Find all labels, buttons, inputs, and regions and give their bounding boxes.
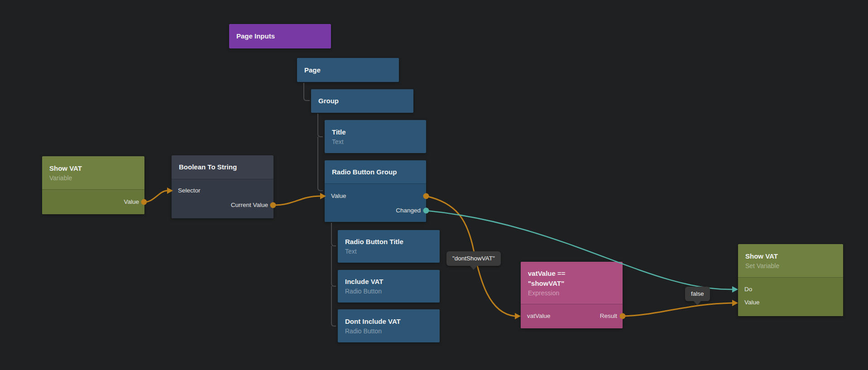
port-value-input[interactable]: Value xyxy=(331,192,346,201)
node-radio-button-group[interactable]: Radio Button Group Value Changed xyxy=(325,160,426,222)
node-type-label: Text xyxy=(332,137,419,146)
connection-value-label-dontshowvat[interactable]: "dontShowVAT" xyxy=(446,251,501,266)
wire-showvat-value-to-selector[interactable] xyxy=(144,191,167,202)
port-value-input[interactable]: Value xyxy=(744,298,760,307)
tree-connector-page-group xyxy=(304,83,310,101)
node-title-line1: vatValue == xyxy=(528,269,615,279)
port-vatvalue-input[interactable]: vatValue xyxy=(527,312,551,321)
node-title: Radio Button Title xyxy=(345,237,432,247)
node-title: Show VAT xyxy=(49,163,137,173)
node-header: Radio Button Title Text xyxy=(338,230,440,263)
node-header: Show VAT Variable xyxy=(42,156,144,189)
node-title: Page xyxy=(304,65,392,75)
node-page-inputs[interactable]: Page Inputs xyxy=(229,24,331,48)
node-canvas[interactable]: Page Inputs Page Group Title Text Radio … xyxy=(0,0,868,370)
node-port-area xyxy=(172,179,273,218)
port-do-input[interactable]: Do xyxy=(744,285,752,294)
tree-connector-rbg-dont-include-vat xyxy=(331,286,336,326)
node-title: Title xyxy=(332,127,419,137)
port-result-output[interactable]: Result xyxy=(600,312,617,321)
node-show-vat-set-variable[interactable]: Show VAT Set Variable Do Value xyxy=(738,244,843,316)
node-header: Include VAT Radio Button xyxy=(338,270,440,303)
wire-result-to-setvariable-value[interactable] xyxy=(623,303,732,316)
port-changed-output[interactable]: Changed xyxy=(396,206,421,215)
tree-connector-group-radio-button-group xyxy=(318,137,323,191)
node-show-vat-variable[interactable]: Show VAT Variable Value xyxy=(42,156,144,214)
connection-value-label-false[interactable]: false xyxy=(685,287,710,301)
node-type-label: Radio Button xyxy=(345,287,432,296)
node-header: Dont Include VAT Radio Button xyxy=(338,309,440,342)
node-type-label: Expression xyxy=(528,288,615,298)
node-radio-button-title[interactable]: Radio Button Title Text xyxy=(338,230,440,263)
node-type-label: Set Variable xyxy=(745,261,836,270)
tree-connector-group-title xyxy=(318,114,323,137)
node-boolean-to-string[interactable]: Boolean To String Selector Current Value xyxy=(172,155,273,218)
node-header: vatValue == "showVAT" Expression xyxy=(521,262,623,304)
tree-connector-rbg-include-vat xyxy=(331,246,336,286)
port-current-value-output[interactable]: Current Value xyxy=(231,201,268,210)
node-type-label: Variable xyxy=(49,173,137,183)
node-title: Dont Include VAT xyxy=(345,317,432,327)
node-header: Page xyxy=(297,58,399,82)
port-value-output[interactable]: Value xyxy=(124,197,139,207)
node-header: Page Inputs xyxy=(229,24,331,48)
node-expression[interactable]: vatValue == "showVAT" Expression vatValu… xyxy=(521,262,623,328)
tree-connector-rbg-radio-button-title xyxy=(331,223,336,246)
node-header: Title Text xyxy=(325,120,426,153)
node-port-area xyxy=(738,277,843,316)
node-group[interactable]: Group xyxy=(311,89,413,113)
node-header: Radio Button Group xyxy=(325,160,426,183)
port-selector-input[interactable]: Selector xyxy=(178,186,201,195)
node-title: Radio Button Group xyxy=(332,167,419,177)
node-title-line2: "showVAT" xyxy=(528,279,615,288)
node-dont-include-vat[interactable]: Dont Include VAT Radio Button xyxy=(338,309,440,342)
node-port-area xyxy=(325,183,426,222)
wire-currentvalue-to-rbg-value[interactable] xyxy=(273,196,320,205)
node-type-label: Text xyxy=(345,247,432,256)
node-type-label: Radio Button xyxy=(345,327,432,336)
node-title-text[interactable]: Title Text xyxy=(325,120,426,153)
node-page[interactable]: Page xyxy=(297,58,399,82)
node-header: Boolean To String xyxy=(172,155,273,179)
node-include-vat[interactable]: Include VAT Radio Button xyxy=(338,270,440,303)
node-title: Page Inputs xyxy=(236,31,324,41)
arrowhead-vatvalue-input xyxy=(515,313,521,319)
node-title: Boolean To String xyxy=(179,162,266,172)
node-title: Include VAT xyxy=(345,277,432,287)
node-header: Show VAT Set Variable xyxy=(738,244,843,277)
arrowhead-do-input xyxy=(732,286,738,293)
node-title: Show VAT xyxy=(745,251,836,261)
node-header: Group xyxy=(311,89,413,113)
arrowhead-setvariable-value-input xyxy=(732,300,738,306)
node-title: Group xyxy=(318,96,406,106)
